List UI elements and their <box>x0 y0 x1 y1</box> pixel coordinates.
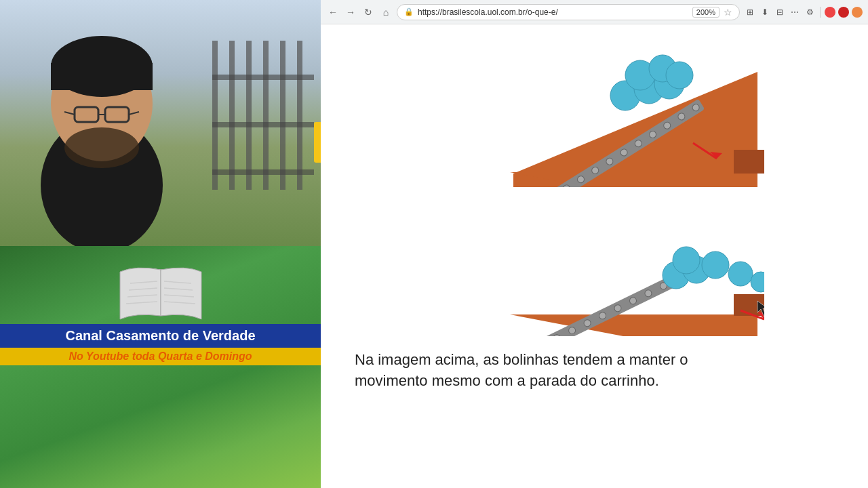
download-icon[interactable]: ⬇ <box>759 6 771 18</box>
svg-rect-4 <box>280 41 285 190</box>
svg-point-50 <box>666 62 693 89</box>
channel-subtitle: No Youtube toda Quarta e Domingo <box>0 348 321 365</box>
diagram-2 <box>425 201 764 336</box>
address-bar[interactable]: 🔒 https://brasilescola.uol.com.br/o-que-… <box>397 4 740 20</box>
svg-rect-32 <box>734 150 764 174</box>
svg-rect-3 <box>263 41 269 190</box>
body-text: Na imagem acima, as bolinhas tendem a ma… <box>355 350 834 392</box>
svg-point-70 <box>673 247 700 274</box>
svg-rect-7 <box>212 122 314 127</box>
svg-point-13 <box>64 127 139 168</box>
home-button[interactable]: ⌂ <box>379 5 393 19</box>
book-panel: Canal Casamento de Verdade No Youtube to… <box>0 246 321 488</box>
ext-icon-1[interactable] <box>825 7 835 18</box>
refresh-button[interactable]: ↻ <box>361 5 375 19</box>
diagrams-area <box>348 38 841 336</box>
ext-icon-2[interactable] <box>838 7 849 18</box>
svg-rect-12 <box>51 63 153 90</box>
zoom-badge: 200% <box>692 7 719 18</box>
settings-icon[interactable]: ⚙ <box>804 6 816 18</box>
left-panel: Canal Casamento de Verdade No Youtube to… <box>0 0 321 488</box>
svg-rect-1 <box>229 41 235 190</box>
apps-icon[interactable]: ⋯ <box>789 6 801 18</box>
book-icon <box>117 260 205 324</box>
svg-rect-5 <box>297 41 302 190</box>
svg-rect-2 <box>246 41 252 190</box>
diagram-1 <box>425 38 764 187</box>
ext-icon-3[interactable] <box>852 7 863 18</box>
star-icon[interactable]: ☆ <box>724 7 732 18</box>
svg-rect-8 <box>212 169 314 175</box>
forward-button[interactable]: → <box>344 5 357 19</box>
person-silhouette <box>0 29 203 246</box>
svg-rect-0 <box>212 41 218 190</box>
svg-rect-6 <box>212 75 314 80</box>
text-area: Na imagem acima, as bolinhas tendem a ma… <box>348 350 841 392</box>
svg-marker-53 <box>510 314 757 336</box>
page-content: Na imagem acima, as bolinhas tendem a ma… <box>321 24 868 488</box>
svg-point-71 <box>728 262 753 286</box>
svg-point-69 <box>702 251 729 279</box>
browser-chrome: ← → ↻ ⌂ 🔒 https://brasilescola.uol.com.b… <box>321 0 868 24</box>
extensions-icon[interactable]: ⊞ <box>744 6 756 18</box>
webcam-area <box>0 0 321 246</box>
fence-svg <box>212 41 314 190</box>
back-button[interactable]: ← <box>326 5 340 19</box>
right-panel: ← → ↻ ⌂ 🔒 https://brasilescola.uol.com.b… <box>321 0 868 488</box>
divider <box>820 7 821 18</box>
bookmark-icon[interactable]: ⊟ <box>774 6 786 18</box>
channel-name: Canal Casamento de Verdade <box>0 324 321 348</box>
url-text: https://brasilescola.uol.com.br/o-que-e/ <box>418 7 688 17</box>
browser-icons: ⊞ ⬇ ⊟ ⋯ ⚙ <box>744 6 863 18</box>
